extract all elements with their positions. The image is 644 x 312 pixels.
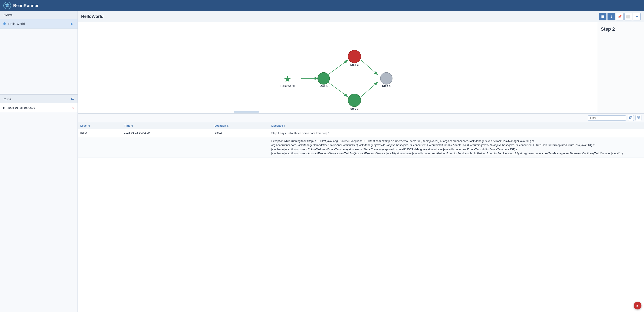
content-body: ★ Hello World Step 1 Step 2 Step 3 <box>78 22 644 312</box>
run-item[interactable]: ▶ 2025-01-16 10:42:09 ✕ <box>0 103 78 112</box>
svg-text:Hello World: Hello World <box>280 84 295 87</box>
flow-item-left: ❄ Hello World <box>3 21 25 26</box>
svg-text:★: ★ <box>284 74 292 84</box>
log-cell-level <box>78 137 122 157</box>
svg-line-6 <box>361 60 378 75</box>
diagram-scrollbar[interactable] <box>234 111 259 113</box>
toolbar-frame-button[interactable]: ⬜ <box>624 13 632 20</box>
flow-play-button[interactable]: ▶ <box>70 21 74 26</box>
svg-point-16 <box>380 72 392 84</box>
details-title: Step 2 <box>601 26 640 32</box>
toolbar-info-button[interactable]: ℹ <box>607 13 615 20</box>
svg-line-4 <box>328 60 348 75</box>
app-logo-icon <box>4 2 11 9</box>
svg-point-1 <box>6 5 8 6</box>
log-cell-time <box>122 137 212 157</box>
app-title: BeanRunner <box>13 3 38 8</box>
content-header: HelloWorld ☰ ℹ 📌 ⬜ ≡ <box>78 11 644 22</box>
log-row: INFO2025-01-16 10:42:09Step2Step 1 says … <box>78 129 644 137</box>
svg-rect-25 <box>639 118 640 119</box>
main-layout: Flows ❄ Hello World ▶ Runs 🏷 ▶ <box>0 11 644 312</box>
svg-line-5 <box>328 82 348 97</box>
log-cell-message: Step 1 says Hello, this is some data fro… <box>269 129 644 137</box>
details-panel: Step 2 <box>597 22 644 113</box>
flow-diagram-title: HelloWorld <box>81 14 104 19</box>
log-row: Exception while running task Step2 : BOO… <box>78 137 644 157</box>
log-cell-level: INFO <box>78 129 122 137</box>
snowflake-icon: ❄ <box>3 21 6 26</box>
log-grid-button[interactable] <box>636 115 642 121</box>
flows-label: Flows <box>4 13 12 17</box>
log-filter-input[interactable] <box>588 115 626 121</box>
run-timestamp: 2025-01-16 10:42:09 <box>8 106 35 109</box>
col-time[interactable]: Time ⇅ <box>122 122 212 129</box>
runs-section: Runs 🏷 ▶ 2025-01-16 10:42:09 ✕ <box>0 95 78 312</box>
log-table: Level ⇅ Time ⇅ Location ⇅ Message ⇅ <box>78 122 644 312</box>
svg-point-10 <box>318 72 330 84</box>
run-item-left: ▶ 2025-01-16 10:42:09 <box>3 106 35 109</box>
log-cell-time: 2025-01-16 10:42:09 <box>122 129 212 137</box>
corner-icon: ▶ <box>636 304 639 307</box>
col-level[interactable]: Level ⇅ <box>78 122 122 129</box>
run-delete-button[interactable]: ✕ <box>71 105 74 110</box>
flow-name: Hello World <box>8 22 25 25</box>
run-play-icon: ▶ <box>3 106 5 109</box>
log-filter-bar <box>78 114 644 122</box>
svg-point-14 <box>348 94 361 107</box>
toolbar-icons: ☰ ℹ 📌 ⬜ ≡ <box>599 13 640 20</box>
flow-diagram[interactable]: ★ Hello World Step 1 Step 2 Step 3 <box>78 22 597 113</box>
svg-text:Step 3: Step 3 <box>350 107 359 110</box>
runs-section-header: Runs 🏷 <box>0 95 78 103</box>
flow-item[interactable]: ❄ Hello World ▶ <box>0 19 78 28</box>
diagram-area: ★ Hello World Step 1 Step 2 Step 3 <box>78 22 644 114</box>
svg-rect-22 <box>637 117 638 118</box>
tag-icon: 🏷 <box>71 97 74 101</box>
svg-text:Step 4: Step 4 <box>382 84 391 87</box>
flows-list: ❄ Hello World ▶ <box>0 19 78 94</box>
toolbar-menu-button[interactable]: ≡ <box>633 13 640 20</box>
toolbar-pin-button[interactable]: 📌 <box>616 13 624 20</box>
log-cell-location <box>212 137 269 157</box>
svg-rect-23 <box>639 117 640 118</box>
log-area: Level ⇅ Time ⇅ Location ⇅ Message ⇅ <box>78 114 644 312</box>
col-message[interactable]: Message ⇅ <box>269 122 644 129</box>
svg-rect-24 <box>637 118 638 119</box>
flows-section-header: Flows <box>0 11 78 19</box>
log-cell-location: Step2 <box>212 129 269 137</box>
toolbar-list-button[interactable]: ☰ <box>599 13 606 20</box>
log-table-header-row: Level ⇅ Time ⇅ Location ⇅ Message ⇅ <box>78 122 644 129</box>
runs-label: Runs <box>4 97 12 101</box>
svg-text:Step 1: Step 1 <box>320 84 328 87</box>
content-area: HelloWorld ☰ ℹ 📌 ⬜ ≡ <box>78 11 644 312</box>
log-cell-message: Exception while running task Step2 : BOO… <box>269 137 644 157</box>
col-location[interactable]: Location ⇅ <box>212 122 269 129</box>
svg-text:Step 2: Step 2 <box>350 63 359 66</box>
svg-line-7 <box>361 82 378 97</box>
runs-list: ▶ 2025-01-16 10:42:09 ✕ <box>0 103 78 312</box>
log-export-button[interactable] <box>628 115 634 121</box>
app-header: BeanRunner <box>0 0 644 11</box>
corner-action-button[interactable]: ▶ <box>634 302 642 310</box>
svg-point-12 <box>348 50 361 63</box>
sidebar: Flows ❄ Hello World ▶ Runs 🏷 ▶ <box>0 11 78 312</box>
